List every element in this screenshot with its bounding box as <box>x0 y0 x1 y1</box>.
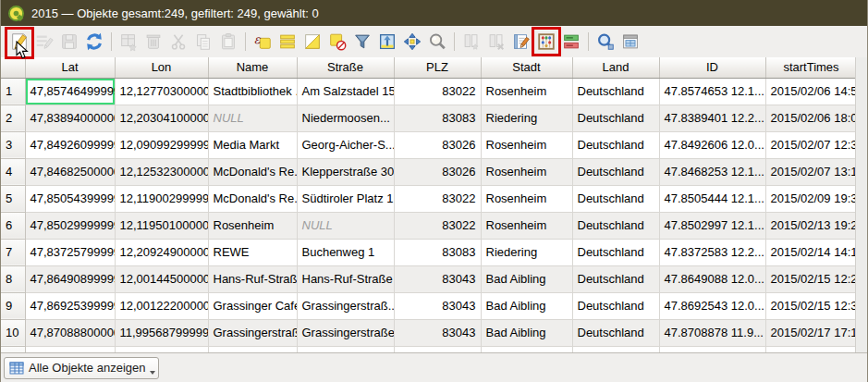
table-cell[interactable]: NULL <box>208 105 297 131</box>
table-cell[interactable]: Deutschland <box>572 78 659 105</box>
table-cell[interactable]: 47,83894000000... <box>25 105 115 131</box>
copy-button[interactable] <box>192 31 214 53</box>
invert-selection-button[interactable] <box>301 31 324 53</box>
table-cell[interactable]: 83043 <box>394 319 481 346</box>
column-header-straße[interactable]: Straße <box>297 57 394 78</box>
cut-button[interactable] <box>167 31 189 53</box>
table-cell[interactable]: 11,99568799999... <box>115 319 208 346</box>
table-cell[interactable]: 2015/02/06 18:0... <box>765 105 857 131</box>
table-cell[interactable]: 2015/02/06 14:5... <box>765 78 857 105</box>
table-cell[interactable]: 2015/02/07 12:3... <box>765 131 857 158</box>
table-cell[interactable]: 47.8505444 12.1... <box>659 185 765 212</box>
field-calculator-button[interactable] <box>535 31 557 53</box>
table-cell[interactable]: Klepperstraße 30 <box>297 158 394 185</box>
table-cell[interactable]: 83083 <box>394 239 481 265</box>
table-cell[interactable]: Bad Aibling <box>481 265 572 292</box>
actions-button[interactable] <box>594 31 617 53</box>
table-cell[interactable]: 47,83725799999... <box>25 239 115 265</box>
zoom-map-to-selected-button[interactable] <box>426 31 448 53</box>
select-all-button[interactable] <box>276 31 299 53</box>
table-cell[interactable]: Deutschland <box>572 292 659 319</box>
table-cell[interactable]: 47,87088800000... <box>25 319 115 346</box>
reload-table-button[interactable] <box>83 31 105 53</box>
table-cell[interactable]: Hans-Ruf-Straße <box>297 265 394 292</box>
conditional-formatting-button[interactable] <box>560 31 582 53</box>
table-cell[interactable]: Südtiroler Platz 1 <box>297 185 394 212</box>
table-cell[interactable]: Rosenheim <box>481 212 572 239</box>
table-cell[interactable]: Grassinger Cafe... <box>208 292 297 319</box>
new-field-button[interactable] <box>460 31 483 53</box>
table-cell[interactable]: McDonald's Re... <box>208 185 297 212</box>
table-cell[interactable]: Deutschland <box>572 158 659 185</box>
table-cell[interactable]: 47.8574653 12.1... <box>659 78 765 105</box>
table-cell[interactable]: Bad Aibling <box>481 319 572 346</box>
select-by-form-button[interactable] <box>351 31 373 53</box>
table-cell[interactable]: Deutschland <box>572 131 659 158</box>
edit-fields-button[interactable] <box>510 31 532 53</box>
table-cell[interactable]: Rosenheim <box>481 185 572 212</box>
table-cell[interactable]: 83083 <box>394 105 481 131</box>
table-cell[interactable]: 2015/02/15 12:2... <box>765 265 857 292</box>
table-cell[interactable]: Stadtbibliothek ... <box>208 78 297 105</box>
table-cell[interactable]: 47.8502997 12.1... <box>659 212 765 239</box>
table-cell[interactable]: 47,85029999999... <box>25 212 115 239</box>
table-cell[interactable]: 2015/02/15 12:3... <box>765 292 857 319</box>
table-cell[interactable]: REWE <box>208 239 297 265</box>
paste-button[interactable] <box>217 31 239 53</box>
table-cell[interactable]: 83022 <box>394 212 481 239</box>
table-cell[interactable]: Deutschland <box>572 239 659 265</box>
table-cell[interactable]: 47.8649088 12.0... <box>659 265 765 292</box>
table-cell[interactable]: 83022 <box>394 78 481 105</box>
row-number[interactable]: 3 <box>1 131 25 158</box>
table-cell[interactable]: 12,11900299999... <box>115 185 208 212</box>
table-cell[interactable]: NULL <box>297 212 394 239</box>
table-cell[interactable]: Grassingerstraß... <box>297 292 394 319</box>
table-cell[interactable]: Grassingerstraße <box>208 319 297 346</box>
table-cell[interactable]: Rosenheim <box>481 158 572 185</box>
table-cell[interactable]: 47.8372583 12.2... <box>659 239 765 265</box>
table-cell[interactable]: 12,12532300000... <box>115 158 208 185</box>
table-cell[interactable]: Rosenheim <box>208 212 297 239</box>
table-cell[interactable]: 2015/02/13 19:2... <box>765 212 857 239</box>
table-cell[interactable]: 47,86490899999... <box>25 265 115 292</box>
table-cell[interactable]: Deutschland <box>572 265 659 292</box>
column-header-lat[interactable]: Lat <box>25 57 115 78</box>
column-header-land[interactable]: Land <box>572 57 659 78</box>
table-cell[interactable]: 47,85054399999... <box>25 185 115 212</box>
row-number[interactable]: 10 <box>1 319 25 346</box>
delete-field-button[interactable] <box>485 31 507 53</box>
column-header-lon[interactable]: Lon <box>115 57 208 78</box>
table-cell[interactable]: Bad Aibling <box>481 292 572 319</box>
table-cell[interactable]: Grassingerstraße <box>297 319 394 346</box>
table-cell[interactable]: 83043 <box>394 265 481 292</box>
table-cell[interactable]: 2015/02/17 17:1... <box>765 319 857 346</box>
row-number[interactable]: 4 <box>1 158 25 185</box>
table-cell[interactable]: 12,20924900000... <box>115 239 208 265</box>
filter-mode-button[interactable]: Alle Objekte anzeigen <box>4 357 159 379</box>
table-cell[interactable]: 12,12770300000... <box>115 78 208 105</box>
add-feature-button[interactable] <box>117 31 140 53</box>
table-cell[interactable]: Georg-Aicher-S... <box>297 131 394 158</box>
table-cell[interactable]: Deutschland <box>572 185 659 212</box>
row-number[interactable]: 1 <box>1 78 25 105</box>
table-cell[interactable]: Rosenheim <box>481 78 572 105</box>
table-cell[interactable]: 47,84682500000... <box>25 158 115 185</box>
dock-table-button[interactable] <box>619 31 642 53</box>
table-cell[interactable]: 12,00122200000... <box>115 292 208 319</box>
column-header-plz[interactable]: PLZ <box>394 57 481 78</box>
table-cell[interactable]: Riedering <box>481 239 572 265</box>
column-header-name[interactable]: Name <box>208 57 297 78</box>
multiedit-button[interactable] <box>33 31 55 53</box>
table-cell[interactable]: 47.8492606 12.0... <box>659 131 765 158</box>
delete-selected-button[interactable] <box>142 31 165 53</box>
column-header-starttimes[interactable]: startTimes <box>765 57 857 78</box>
pan-to-selection-button[interactable] <box>401 31 423 53</box>
table-cell[interactable]: McDonald's Re... <box>208 158 297 185</box>
table-cell[interactable]: 47,86925399999... <box>25 292 115 319</box>
table-cell[interactable]: 83026 <box>394 131 481 158</box>
table-cell[interactable]: 2015/02/14 14:1... <box>765 239 857 265</box>
table-cell[interactable]: Deutschland <box>572 319 659 346</box>
gutter-corner[interactable] <box>1 57 25 78</box>
table-cell[interactable]: 47,85746499999... <box>25 78 115 105</box>
column-header-id[interactable]: ID <box>659 57 765 78</box>
